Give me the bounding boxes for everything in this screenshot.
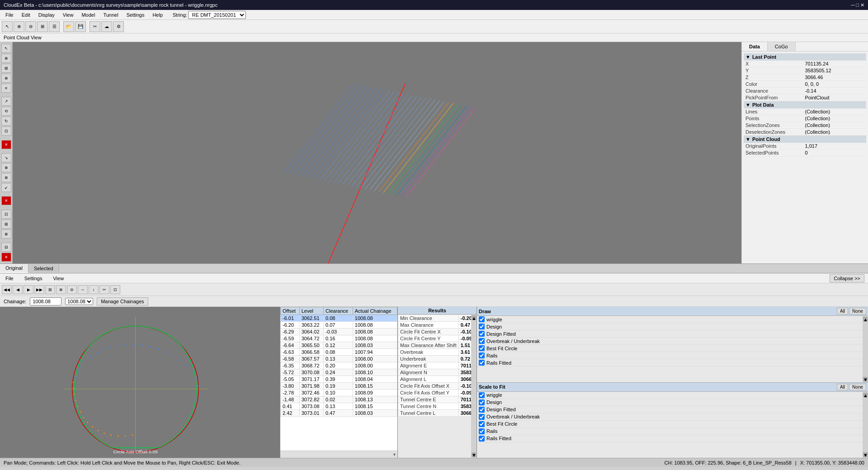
data-table-row[interactable]: -6.203063.220.071008.08 bbox=[281, 322, 397, 329]
data-table-row[interactable]: -1.483072.820.021008.13 bbox=[281, 396, 397, 403]
data-table-row[interactable]: -6.593064.720.161008.08 bbox=[281, 335, 397, 342]
left-tool-9[interactable]: ⊡ bbox=[1, 127, 11, 136]
circle-viewport[interactable]: Circle Axis Offset 0.09 bbox=[0, 307, 280, 458]
btm-btn-stretch-h[interactable]: ↔ bbox=[78, 285, 88, 294]
btm-btn-grid[interactable]: ⊞ bbox=[45, 285, 55, 294]
menu-settings[interactable]: Settings bbox=[123, 11, 148, 19]
tab-original[interactable]: Original bbox=[0, 264, 28, 273]
draw-list-item[interactable]: Rails Fitted bbox=[477, 359, 868, 367]
menu-file[interactable]: File bbox=[2, 11, 17, 19]
toolbar-btn-cut[interactable]: ✂ bbox=[90, 21, 100, 32]
data-table-row[interactable]: -2.783072.460.101008.09 bbox=[281, 390, 397, 396]
scale-scroll-up[interactable]: ▲ bbox=[863, 393, 868, 397]
data-table-row[interactable]: -6.583067.570.131008.00 bbox=[281, 356, 397, 362]
draw-item-checkbox[interactable] bbox=[479, 316, 485, 322]
menu-edit[interactable]: Edit bbox=[18, 11, 34, 19]
scale-item-checkbox[interactable] bbox=[479, 392, 485, 398]
left-tool-6[interactable]: ↗ bbox=[1, 97, 11, 106]
results-scroll-up[interactable]: ▲ bbox=[472, 315, 476, 320]
draw-list-item[interactable]: Design bbox=[477, 323, 868, 330]
data-table-row[interactable]: -6.353068.720.201008.00 bbox=[281, 362, 397, 369]
left-tool-16[interactable]: ⊕ bbox=[1, 230, 11, 239]
toolbar-btn-settings[interactable]: ⚙ bbox=[113, 21, 124, 32]
left-tool-12[interactable]: ⊕ bbox=[1, 173, 11, 182]
toolbar-btn-pan[interactable]: ☰ bbox=[49, 21, 60, 32]
draw-none-btn[interactable]: None bbox=[849, 308, 866, 315]
section-plot-data[interactable]: ▼ Plot Data bbox=[744, 101, 866, 108]
draw-item-checkbox[interactable] bbox=[479, 331, 485, 337]
scale-item-checkbox[interactable] bbox=[479, 421, 485, 427]
btm-btn-prev[interactable]: ◀ bbox=[13, 285, 23, 294]
scale-list-item[interactable]: Best Fit Circle bbox=[477, 421, 868, 428]
menu-tunnel[interactable]: Tunnel bbox=[99, 11, 122, 19]
tab-data[interactable]: Data bbox=[742, 42, 768, 51]
data-table-row[interactable]: -6.293064.02-0.031008.08 bbox=[281, 329, 397, 335]
toolbar-btn-open[interactable]: 📂 bbox=[63, 21, 74, 32]
left-tool-3[interactable]: ⊞ bbox=[1, 64, 11, 73]
left-tool-10[interactable]: ↘ bbox=[1, 153, 11, 162]
draw-list-item[interactable]: wriggle bbox=[477, 316, 868, 323]
toolbar-btn-save[interactable]: 💾 bbox=[75, 21, 86, 32]
minimize-btn[interactable]: ─ bbox=[851, 2, 854, 8]
section-point-cloud[interactable]: ▼ Point Cloud bbox=[744, 136, 866, 143]
left-tool-2[interactable]: ⊕ bbox=[1, 54, 11, 63]
scale-item-checkbox[interactable] bbox=[479, 414, 485, 420]
btm-btn-stretch-v[interactable]: ↕ bbox=[89, 285, 99, 294]
menu-view[interactable]: View bbox=[59, 11, 77, 19]
scale-item-checkbox[interactable] bbox=[479, 436, 485, 442]
left-tool-7[interactable]: ⟲ bbox=[1, 107, 11, 116]
left-tool-11[interactable]: ⊗ bbox=[1, 163, 11, 172]
data-table-row[interactable]: -3.803071.980.191008.15 bbox=[281, 383, 397, 390]
toolbar-btn-arrow[interactable]: ↖ bbox=[2, 21, 13, 32]
draw-list-item[interactable]: Design Fitted bbox=[477, 330, 868, 338]
scale-all-btn[interactable]: All bbox=[837, 384, 848, 390]
toolbar-btn-fit[interactable]: ⊞ bbox=[37, 21, 48, 32]
data-table-row[interactable]: -5.053071.170.391008.04 bbox=[281, 376, 397, 383]
draw-list-item[interactable]: Best Fit Circle bbox=[477, 345, 868, 352]
draw-list-item[interactable]: Overbreak / Underbreak bbox=[477, 338, 868, 345]
draw-all-btn[interactable]: All bbox=[837, 308, 848, 315]
scale-scroll-down[interactable]: ▼ bbox=[863, 452, 868, 457]
bottom-menu-settings[interactable]: Settings bbox=[21, 275, 46, 282]
data-table-row[interactable]: -6.013062.510.081008.08 bbox=[281, 315, 397, 322]
btm-btn-zoomout[interactable]: ⊖ bbox=[67, 285, 77, 294]
left-tool-13[interactable]: ↙ bbox=[1, 183, 11, 192]
bottom-menu-file[interactable]: File bbox=[2, 275, 17, 282]
left-tool-4[interactable]: ⊕ bbox=[1, 74, 11, 83]
chainage-dropdown[interactable]: 1008.08 bbox=[65, 298, 93, 305]
close-btn[interactable]: ✕ bbox=[860, 2, 864, 8]
scale-item-checkbox[interactable] bbox=[479, 400, 485, 405]
left-tool-1[interactable]: ↖ bbox=[1, 44, 11, 53]
left-tool-14[interactable]: ⊡ bbox=[1, 210, 11, 219]
chainage-input[interactable] bbox=[30, 297, 61, 306]
draw-scroll-up[interactable]: ▲ bbox=[863, 317, 868, 321]
btm-btn-last[interactable]: ▶▶ bbox=[34, 285, 44, 294]
toolbar-btn-zoom-out[interactable]: ⊖ bbox=[25, 21, 36, 32]
data-table-row[interactable]: 0.413073.080.131008.15 bbox=[281, 403, 397, 410]
left-tool-close-2[interactable]: ✕ bbox=[1, 196, 11, 205]
3d-viewport[interactable] bbox=[13, 42, 741, 263]
data-table-row[interactable]: -5.723070.080.241008.10 bbox=[281, 369, 397, 376]
data-table-row[interactable]: -6.633066.580.081007.94 bbox=[281, 349, 397, 356]
left-tool-close-3[interactable]: ✕ bbox=[1, 253, 11, 262]
btm-btn-cut[interactable]: ✂ bbox=[99, 285, 109, 294]
data-table-row[interactable]: -6.643065.500.121008.03 bbox=[281, 342, 397, 349]
scale-none-btn[interactable]: None bbox=[849, 384, 866, 390]
scale-list-item[interactable]: Design bbox=[477, 399, 868, 406]
scale-list-item[interactable]: Overbreak / Underbreak bbox=[477, 414, 868, 421]
toolbar-btn-zoom-in[interactable]: ⊕ bbox=[14, 21, 24, 32]
data-table-row[interactable]: 2.423073.010.471008.03 bbox=[281, 410, 397, 417]
left-tool-17[interactable]: ⊟ bbox=[1, 243, 11, 252]
btm-btn-zoomin[interactable]: ⊕ bbox=[56, 285, 66, 294]
btm-btn-first[interactable]: ◀◀ bbox=[2, 285, 12, 294]
tab-cogo[interactable]: CoGo bbox=[768, 42, 796, 51]
scale-list-item[interactable]: Design Fitted bbox=[477, 406, 868, 414]
maximize-btn[interactable]: □ bbox=[856, 2, 859, 8]
results-scroll-down[interactable]: ▼ bbox=[472, 452, 476, 457]
left-tool-8[interactable]: ↻ bbox=[1, 117, 11, 126]
draw-item-checkbox[interactable] bbox=[479, 338, 485, 344]
draw-item-checkbox[interactable] bbox=[479, 345, 485, 351]
draw-item-checkbox[interactable] bbox=[479, 360, 485, 366]
btm-btn-box[interactable]: ⊡ bbox=[110, 285, 120, 294]
menu-display[interactable]: Display bbox=[35, 11, 58, 19]
